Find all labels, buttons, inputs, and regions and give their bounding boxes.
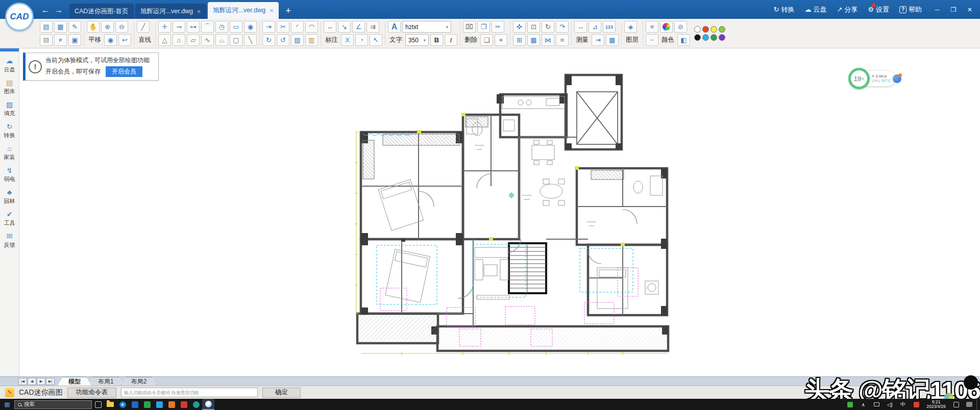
forward-button[interactable]: → — [52, 4, 65, 16]
print-button[interactable]: ⊟ — [40, 34, 53, 46]
swatch-black[interactable] — [694, 34, 701, 41]
settings-button[interactable]: ⚙ 设置 — [868, 5, 889, 14]
prev-layout-button[interactable]: ◀ — [28, 378, 36, 385]
edge-browser-button[interactable]: e — [116, 399, 129, 410]
polygon-button[interactable]: ⌂ — [173, 34, 185, 46]
bold-button[interactable]: B — [430, 34, 443, 46]
boost-ball-icon[interactable] — [893, 74, 901, 83]
rounded-rect-button[interactable]: ▢ — [230, 34, 242, 46]
multipoint-button[interactable]: ✛ — [158, 21, 171, 33]
cut-button[interactable]: ✂ — [492, 21, 504, 33]
diagonal-button[interactable]: ╲ — [244, 34, 257, 46]
rectangle-button[interactable]: ▭ — [230, 21, 242, 33]
swatch-cyan[interactable] — [702, 34, 709, 41]
sidebar-item-tools[interactable]: ✔ 工具 — [0, 211, 19, 227]
mirror-button[interactable]: ⋈ — [542, 34, 554, 46]
triangle-button[interactable]: △ — [158, 34, 171, 46]
app-teal-button[interactable] — [190, 399, 202, 410]
sidebar-item-landscape[interactable]: ♣ 园林 — [0, 189, 19, 205]
app-red-button[interactable] — [178, 399, 190, 410]
swatch-purple[interactable] — [719, 34, 725, 41]
tab-doc1[interactable]: 旭辉运河...ver.dwg × — [135, 4, 206, 19]
paste-button[interactable]: ❏ — [480, 34, 493, 46]
open-membership-button[interactable]: 开启会员 — [106, 66, 142, 77]
ellipse-button[interactable]: ◉ — [244, 21, 257, 33]
swatch-red[interactable] — [702, 26, 709, 33]
rotate-ccw-button[interactable]: ↺ — [277, 34, 289, 46]
delete-button[interactable]: ⌧ — [463, 21, 476, 33]
restore-button[interactable]: ❐ — [945, 3, 962, 17]
cad-app-button[interactable] — [202, 399, 214, 410]
dim-coordinate-button[interactable]: X — [341, 34, 354, 46]
taskbar-search[interactable]: 搜索 — [14, 400, 92, 409]
show-desktop-button[interactable] — [976, 399, 979, 410]
parallelogram-button[interactable]: ▱ — [187, 34, 200, 46]
measure-area-button[interactable]: ⊿ — [589, 21, 601, 33]
sidebar-item-home-decor[interactable]: ⌂ 家装 — [0, 145, 19, 161]
app-blue-button[interactable] — [129, 399, 141, 410]
text-button[interactable]: A — [388, 21, 401, 33]
drawing-canvas[interactable]: ! 当前为体验模式，可试用全部绘图功能 开启会员，即可保存 开启会员 — [19, 48, 980, 376]
linetype-button[interactable]: ⊘ — [674, 21, 687, 33]
match-properties-button[interactable]: ◧ — [677, 34, 690, 46]
app-logo[interactable]: CAD — [5, 3, 34, 31]
dim-linear-button[interactable]: ↔ — [324, 21, 336, 33]
notification-button[interactable] — [963, 399, 975, 410]
tab-close-icon[interactable]: × — [270, 7, 274, 14]
tray-antivirus-icon[interactable] — [844, 399, 856, 410]
zoom-previous-button[interactable]: ↩ — [118, 34, 131, 46]
last-layout-button[interactable]: ▶| — [46, 378, 55, 385]
italic-button[interactable]: I — [445, 34, 457, 46]
tab-layout1[interactable]: 布局1 — [87, 377, 125, 386]
sidebar-item-fill[interactable]: ▨ 填充 — [0, 101, 19, 117]
copy-button[interactable]: ❐ — [477, 21, 490, 33]
next-layout-button[interactable]: ▶ — [37, 378, 45, 385]
task-view-button[interactable] — [92, 399, 104, 410]
tab-doc2-active[interactable]: 旭辉运河...ver.dwg × — [208, 2, 279, 19]
first-layout-button[interactable]: |◀ — [18, 378, 27, 385]
measure-distance-button[interactable]: ↔ — [574, 21, 587, 33]
layers-button[interactable]: ◈ — [624, 21, 637, 33]
measure-count-button[interactable]: 123 — [603, 21, 616, 33]
help-button[interactable]: ? 帮助 — [899, 5, 922, 14]
tangent-button[interactable]: ◠ — [305, 21, 318, 33]
tab-layout2[interactable]: 布局2 — [120, 377, 158, 386]
dim-angular-button[interactable]: ∠ — [352, 21, 365, 33]
confirm-button[interactable]: 确定 — [262, 388, 301, 398]
tab-close-icon[interactable]: × — [197, 8, 201, 15]
dim-continue-button[interactable]: ⇉ — [366, 21, 379, 33]
fillet-button[interactable]: ◜ — [291, 21, 304, 33]
dim-leader-button[interactable]: ↖ — [370, 34, 382, 46]
close-button[interactable]: ✕ — [962, 3, 978, 17]
export-image-button[interactable]: ▣ — [68, 34, 81, 46]
zoom-window-button[interactable]: ◉ — [104, 34, 117, 46]
color-wheel-button[interactable] — [660, 21, 673, 33]
swatch-green[interactable] — [719, 26, 725, 33]
zoom-in-button[interactable]: ⊕ — [101, 21, 114, 33]
rotate-cw-button[interactable]: ↻ — [262, 34, 275, 46]
volume-icon[interactable]: ◁) — [884, 399, 896, 410]
start-button[interactable]: ⊞ — [0, 399, 14, 410]
pin-button[interactable]: ⌖ — [495, 34, 507, 46]
font-select[interactable]: hztxt ▾ — [402, 21, 451, 33]
zoom-out-button[interactable]: ⊖ — [115, 21, 128, 33]
move-button[interactable]: ✜ — [513, 21, 526, 33]
sidebar-item-feedback[interactable]: ✉ 反馈 — [0, 233, 19, 249]
group-button[interactable]: ▦ — [527, 34, 540, 46]
scale-button[interactable]: ⊡ — [527, 21, 540, 33]
app-orange-button[interactable] — [165, 399, 178, 410]
array-button[interactable]: ⊞ — [513, 34, 526, 46]
open-button[interactable]: ▤ — [40, 21, 53, 33]
lineweight-button[interactable]: ≡ — [646, 21, 658, 33]
taskbar-clock[interactable]: 8:21 2023/4/25 — [923, 400, 949, 409]
arch-button[interactable]: ⌓ — [215, 34, 228, 46]
save-button[interactable]: ▦ — [54, 21, 67, 33]
swatch-yellow[interactable] — [710, 26, 717, 33]
system-monitor-widget[interactable]: 19% + 3.9K/s CPU 57°C — [848, 68, 901, 89]
ime-indicator[interactable]: 中 — [897, 399, 909, 410]
app-lightblue-button[interactable] — [153, 399, 165, 410]
dim-radius-button[interactable]: ◔ — [355, 34, 368, 46]
sidebar-item-gallery[interactable]: ▤ 图库 — [0, 79, 19, 95]
sidebar-item-convert[interactable]: ↻ 转换 — [0, 123, 19, 139]
trim-button[interactable]: ✂ — [277, 21, 289, 33]
